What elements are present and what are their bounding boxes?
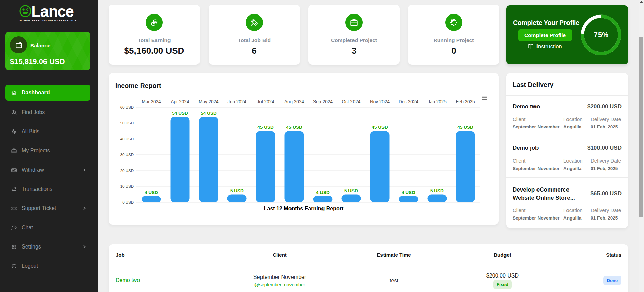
svg-text:Feb 2025: Feb 2025: [456, 99, 475, 104]
svg-text:Lance: Lance: [31, 4, 74, 20]
svg-text:45 USD: 45 USD: [286, 125, 302, 130]
svg-text:54 USD: 54 USD: [172, 111, 188, 116]
svg-text:20 USD: 20 USD: [120, 169, 134, 173]
svg-text:4 USD: 4 USD: [145, 190, 158, 195]
svg-text:Oct 2024: Oct 2024: [342, 99, 361, 104]
svg-text:Aug 2024: Aug 2024: [284, 99, 304, 104]
svg-text:4 USD: 4 USD: [316, 190, 330, 195]
svg-text:10 USD: 10 USD: [120, 184, 134, 188]
svg-text:40 USD: 40 USD: [120, 137, 134, 141]
svg-text:Apr 2024: Apr 2024: [171, 99, 189, 104]
svg-text:60 USD: 60 USD: [120, 105, 134, 109]
svg-text:50 USD: 50 USD: [120, 121, 134, 125]
svg-text:Mar 2024: Mar 2024: [142, 99, 161, 104]
svg-text:Dec 2024: Dec 2024: [399, 99, 418, 104]
svg-text:45 USD: 45 USD: [457, 125, 473, 130]
svg-text:Nov 2024: Nov 2024: [370, 99, 390, 104]
svg-text:Jun 2024: Jun 2024: [227, 99, 246, 104]
svg-text:Sep 2024: Sep 2024: [313, 99, 333, 104]
svg-text:45 USD: 45 USD: [257, 125, 274, 130]
svg-text:0 USD: 0 USD: [122, 200, 134, 204]
svg-text:Last 12 Months Earning Report: Last 12 Months Earning Report: [264, 206, 344, 211]
svg-text:5 USD: 5 USD: [344, 188, 358, 193]
svg-text:54 USD: 54 USD: [201, 111, 217, 116]
svg-text:5 USD: 5 USD: [430, 188, 444, 193]
svg-text:5 USD: 5 USD: [230, 188, 244, 193]
svg-text:30 USD: 30 USD: [120, 153, 134, 157]
svg-text:4 USD: 4 USD: [402, 190, 415, 195]
svg-text:Jan 2025: Jan 2025: [428, 99, 447, 104]
svg-text:GLOBAL FREELANCING MARKETPLACE: GLOBAL FREELANCING MARKETPLACE: [19, 19, 77, 22]
svg-text:45 USD: 45 USD: [372, 125, 388, 130]
svg-text:May 2024: May 2024: [198, 99, 219, 104]
svg-text:75%: 75%: [594, 31, 608, 39]
svg-text:Jul 2024: Jul 2024: [257, 99, 274, 104]
